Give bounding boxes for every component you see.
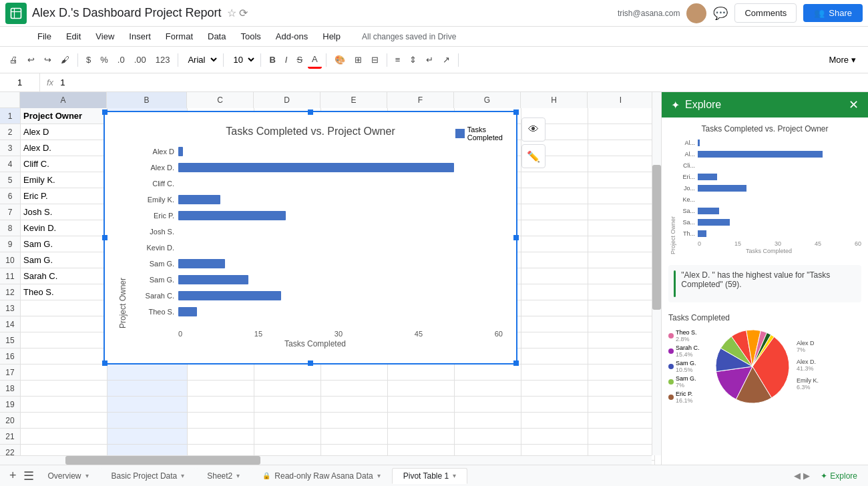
row-num-3[interactable]: 3 <box>0 140 20 156</box>
cell-empty[interactable] <box>321 381 388 397</box>
undo-button[interactable]: ↩ <box>23 52 39 67</box>
fill-color-button[interactable]: 🎨 <box>331 52 349 67</box>
row-num-10[interactable]: 10 <box>0 252 20 268</box>
formula-input[interactable] <box>60 77 868 87</box>
cell-empty[interactable] <box>521 316 588 332</box>
cell-empty[interactable] <box>455 364 521 381</box>
cell-empty[interactable] <box>521 268 588 284</box>
handle-bl[interactable] <box>102 360 107 366</box>
currency-button[interactable]: $ <box>82 52 95 67</box>
col-header-g[interactable]: G <box>454 92 521 108</box>
rotate-button[interactable]: ↗ <box>439 52 454 67</box>
cell-empty[interactable] <box>588 284 655 300</box>
col-header-b[interactable]: B <box>107 92 187 108</box>
cell-a-21[interactable] <box>21 429 107 445</box>
handle-tr[interactable] <box>513 109 519 115</box>
col-header-a[interactable]: A <box>20 92 107 108</box>
more-button[interactable]: More ▾ <box>822 52 863 67</box>
scroll-left-button[interactable]: ◀ <box>794 471 801 481</box>
cell-empty[interactable] <box>588 124 655 140</box>
cell-empty[interactable] <box>254 381 321 397</box>
cell-a-5[interactable]: Emily K. <box>21 172 107 188</box>
cell-empty[interactable] <box>588 381 655 397</box>
cell-empty[interactable] <box>588 397 655 413</box>
print-button[interactable]: 🖨 <box>5 52 22 67</box>
cell-empty[interactable] <box>188 364 254 381</box>
row-num-20[interactable]: 20 <box>0 413 20 429</box>
menu-format[interactable]: Format <box>159 29 200 43</box>
cell-empty[interactable] <box>521 284 588 300</box>
cell-b-17[interactable] <box>107 364 188 381</box>
col-header-f[interactable]: F <box>387 92 454 108</box>
cell-empty[interactable] <box>588 220 655 236</box>
cell-empty[interactable] <box>588 316 655 332</box>
row-num-14[interactable]: 14 <box>0 316 20 332</box>
col-header-d[interactable]: D <box>254 92 320 108</box>
cell-empty[interactable] <box>588 364 655 381</box>
strikethrough-button[interactable]: S <box>292 52 306 67</box>
cell-empty[interactable] <box>521 413 588 429</box>
cell-empty[interactable] <box>588 204 655 220</box>
menu-edit[interactable]: Edit <box>59 29 87 43</box>
cell-a-1[interactable]: Project Owner <box>21 108 107 124</box>
cell-empty[interactable] <box>588 108 655 124</box>
cell-empty[interactable] <box>521 236 588 252</box>
tab-overview[interactable]: Overview ▾ <box>37 468 100 484</box>
cell-empty[interactable] <box>188 381 254 397</box>
row-num-16[interactable]: 16 <box>0 348 20 364</box>
sheet-list-button[interactable]: ☰ <box>21 469 37 483</box>
cell-empty[interactable] <box>588 413 655 429</box>
cell-empty[interactable] <box>254 429 321 445</box>
chart-edit-button[interactable]: ✏️ <box>521 144 546 168</box>
cell-empty[interactable] <box>588 140 655 156</box>
row-num-2[interactable]: 2 <box>0 124 20 140</box>
cell-empty[interactable] <box>455 413 521 429</box>
cell-empty[interactable] <box>254 413 321 429</box>
cell-empty[interactable] <box>588 236 655 252</box>
col-header-h[interactable]: H <box>521 92 588 108</box>
align-button[interactable]: ≡ <box>391 52 405 67</box>
cell-a-9[interactable]: Sam G. <box>21 236 107 252</box>
cell-a-6[interactable]: Eric P. <box>21 188 107 204</box>
handle-tl[interactable] <box>102 109 107 115</box>
cell-a-16[interactable] <box>21 348 107 364</box>
col-header-c[interactable]: C <box>187 92 254 108</box>
cell-b-18[interactable] <box>107 381 188 397</box>
row-num-1[interactable]: 1 <box>0 108 20 124</box>
cell-empty[interactable] <box>254 397 321 413</box>
cell-empty[interactable] <box>521 172 588 188</box>
cell-empty[interactable] <box>588 300 655 316</box>
text-color-button[interactable]: A <box>308 51 322 69</box>
wrap-button[interactable]: ↵ <box>422 52 437 67</box>
cell-empty[interactable] <box>388 364 455 381</box>
cell-empty[interactable] <box>254 364 321 381</box>
cell-empty[interactable] <box>455 397 521 413</box>
cell-a-12[interactable]: Theo S. <box>21 284 107 300</box>
row-num-9[interactable]: 9 <box>0 236 20 252</box>
share-button[interactable]: 👥 Share <box>803 4 863 22</box>
row-num-8[interactable]: 8 <box>0 220 20 236</box>
menu-addons[interactable]: Add-ons <box>269 29 314 43</box>
tab-readonly-raw[interactable]: 🔒 Read-only Raw Asana Data ▾ <box>251 468 391 484</box>
cell-empty[interactable] <box>521 381 588 397</box>
cell-empty[interactable] <box>455 381 521 397</box>
cell-empty[interactable] <box>388 381 455 397</box>
add-sheet-button[interactable]: + <box>5 469 21 483</box>
handle-ml[interactable] <box>102 235 107 240</box>
cell-a-2[interactable]: Alex D <box>21 124 107 140</box>
scroll-right-button[interactable]: ▶ <box>803 471 810 481</box>
bold-button[interactable]: B <box>265 52 279 67</box>
tab-sheet2[interactable]: Sheet2 ▾ <box>196 468 251 484</box>
explore-bottom-button[interactable]: ✦ Explore <box>815 469 863 483</box>
cell-empty[interactable] <box>588 332 655 348</box>
row-num-12[interactable]: 12 <box>0 284 20 300</box>
comment-icon-button[interactable]: 💬 <box>713 6 728 21</box>
cell-empty[interactable] <box>321 397 388 413</box>
row-num-19[interactable]: 19 <box>0 397 20 413</box>
vertical-scrollbar[interactable] <box>652 92 661 455</box>
cell-a-15[interactable] <box>21 332 107 348</box>
borders-button[interactable]: ⊞ <box>351 52 366 67</box>
menu-insert[interactable]: Insert <box>122 29 158 43</box>
cell-a-14[interactable] <box>21 316 107 332</box>
percent-button[interactable]: % <box>96 52 112 67</box>
